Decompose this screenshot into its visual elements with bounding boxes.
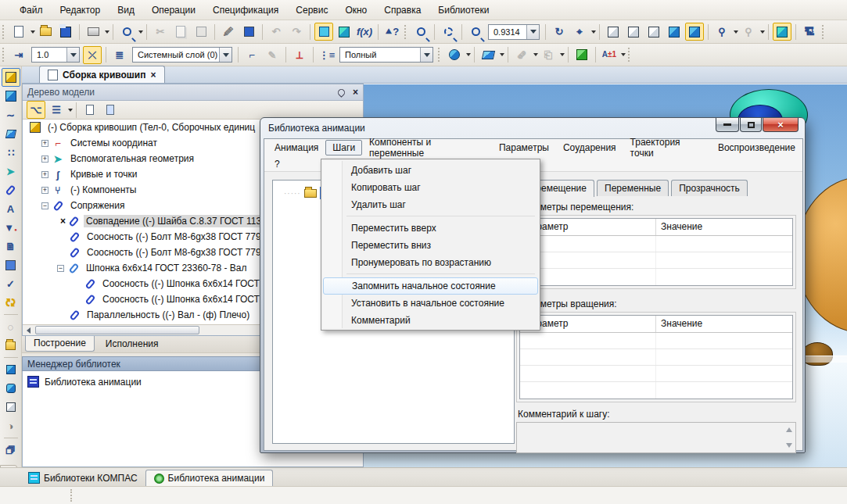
tolerance-button[interactable]: A±1 [600, 46, 619, 64]
collision-button[interactable] [2, 398, 20, 416]
zoom-scale-dropdown-icon[interactable] [526, 25, 539, 39]
open-button[interactable] [36, 23, 55, 41]
point-snap-button[interactable]: ⚲ [712, 23, 731, 41]
dialog-menu-collisions[interactable]: Соударения [556, 140, 623, 155]
menu-item-copy-step[interactable]: Копировать шаг [323, 179, 538, 196]
menu-operations[interactable]: Операции [143, 2, 204, 19]
dimensions-cube-button[interactable] [572, 46, 591, 64]
undo-button[interactable]: ↶ [267, 23, 285, 41]
context-help-button[interactable]: ⯅? [382, 23, 401, 41]
mates-button[interactable] [2, 181, 20, 199]
filter-button[interactable]: ▼● [2, 218, 20, 237]
display-list-button[interactable]: ⋮≡ [318, 46, 336, 64]
check-model-button[interactable]: ✓ [2, 274, 20, 293]
menu-item-comment[interactable]: Комментарий [323, 312, 538, 329]
macro-button[interactable]: 🗇 [2, 441, 20, 459]
tree-doc-button[interactable] [81, 101, 99, 119]
collapse-minus-icon[interactable] [57, 265, 64, 272]
close-panel-icon[interactable]: × [353, 87, 358, 98]
perspective-button[interactable] [773, 23, 791, 41]
dialog-menu-animation[interactable]: Анимация [267, 140, 325, 155]
dialog-menu-steps[interactable]: Шаги [325, 140, 362, 155]
tab-kompas-libraries[interactable]: Библиотеки КОМПАС [20, 470, 145, 486]
tab-transparency[interactable]: Прозрачность [671, 180, 748, 196]
zoom-all-button[interactable] [439, 23, 458, 41]
minimize-button[interactable] [716, 118, 739, 132]
tab-animation-library[interactable]: Библиотека анимации [145, 470, 274, 486]
orientation-dropdown-icon[interactable] [591, 30, 596, 34]
dialog-menu-help[interactable]: ? [267, 157, 287, 171]
grid-snap-dropdown-icon[interactable] [760, 30, 765, 34]
pin-icon[interactable] [336, 88, 346, 98]
layers-button[interactable]: ≣ [110, 46, 129, 64]
menu-window[interactable]: Окно [336, 2, 375, 19]
copy-button[interactable] [171, 23, 190, 41]
rotation-table[interactable]: Параметр Значение [519, 315, 793, 399]
csys-orientation-button[interactable]: ⟂ [290, 46, 309, 64]
print-preview-button[interactable] [117, 23, 136, 41]
menu-edit[interactable]: Редактор [52, 2, 109, 19]
edit-component-button[interactable] [2, 68, 20, 87]
insert-component-button[interactable] [2, 336, 20, 355]
menu-item-delete-step[interactable]: Удалить шаг [323, 196, 538, 213]
local-csys-button[interactable]: ⌐ [242, 46, 261, 64]
mold-tool-button[interactable]: 🗘 [2, 293, 20, 312]
stamp-tool-button[interactable]: ⎗ [539, 46, 558, 64]
document-tab[interactable]: Сборка кривошип × [39, 66, 165, 83]
step-dropdown-icon[interactable] [66, 48, 79, 62]
surface-button[interactable] [2, 124, 20, 143]
step-grid-button[interactable]: ⇥ [9, 46, 28, 64]
menu-item-move-up[interactable]: Переместить вверх [323, 220, 538, 237]
detail-dropdown-icon[interactable] [420, 48, 432, 62]
menu-item-renumber[interactable]: Пронумеровать по возрастанию [323, 254, 538, 271]
menu-item-move-down[interactable]: Переместить вниз [323, 237, 538, 254]
maximize-button[interactable] [740, 118, 762, 132]
toolbar-grip[interactable] [2, 48, 6, 62]
dialog-menu-trajectory[interactable]: Траектория точки [623, 134, 711, 161]
scroll-down-icon[interactable] [786, 443, 792, 448]
hidden-lines-thin-button[interactable] [644, 23, 663, 41]
menu-item-save-initial-state[interactable]: Запомнить начальное состояние [323, 277, 538, 295]
fx-variables-button[interactable]: f(x) [355, 23, 374, 41]
tab-construction[interactable]: Построение [25, 336, 95, 352]
material-dropdown-icon[interactable] [466, 53, 471, 56]
shaded-part-button[interactable] [2, 87, 20, 105]
expand-plus-icon[interactable] [41, 187, 48, 194]
layer-combo[interactable]: Системный слой (0) [132, 47, 232, 63]
toolbar-grip[interactable] [822, 25, 826, 39]
dialog-title-bar[interactable]: Библиотека анимации × [260, 118, 805, 138]
measure-button[interactable]: A [2, 199, 20, 218]
variables-window-button[interactable] [314, 23, 333, 41]
new-document-dropdown-icon[interactable] [31, 30, 35, 34]
tree-composition-button[interactable]: ☰ [47, 101, 66, 119]
expand-plus-icon[interactable] [41, 171, 48, 178]
rotate-view-button[interactable]: ↻ [550, 23, 569, 41]
spline-button[interactable]: ∼ [2, 105, 20, 124]
scrollbar-thumb[interactable] [35, 326, 199, 334]
paste-button[interactable] [192, 23, 210, 41]
collapse-minus-icon[interactable] [41, 202, 48, 209]
tab-versions[interactable]: Исполнения [98, 336, 167, 352]
comment-textarea[interactable] [516, 422, 796, 453]
tree-composition-dropdown-icon[interactable] [68, 109, 73, 112]
toolbar-grip[interactable] [404, 25, 408, 39]
movement-table[interactable]: Параметр Значение [519, 218, 793, 286]
surface-wedge-button[interactable] [479, 46, 497, 64]
tolerance-dropdown-icon[interactable] [621, 53, 626, 56]
surface-dropdown-icon[interactable] [500, 53, 504, 56]
crane-rebuild-button[interactable]: 🏗 [800, 23, 819, 41]
expand-plus-icon[interactable] [41, 140, 48, 147]
specification-button[interactable] [239, 23, 258, 41]
detail-level-combo[interactable]: Полный [339, 47, 433, 63]
dialog-menu-parameters[interactable]: Параметры [492, 140, 556, 155]
scroll-dropdown-icon[interactable] [533, 53, 538, 56]
cut-button[interactable]: ✂ [151, 23, 170, 41]
shaded-button[interactable] [665, 23, 684, 41]
snap-toggle-button[interactable]: ⤫ [83, 46, 102, 64]
edit-sketch-button[interactable]: ✎ [263, 46, 282, 64]
print-dropdown-icon[interactable] [105, 30, 109, 34]
array-button[interactable]: ∷ [2, 143, 20, 162]
toolbar-grip[interactable] [2, 25, 6, 39]
menu-libraries[interactable]: Библиотеки [429, 2, 497, 19]
step-value-combo[interactable]: 1.0 [31, 47, 80, 63]
